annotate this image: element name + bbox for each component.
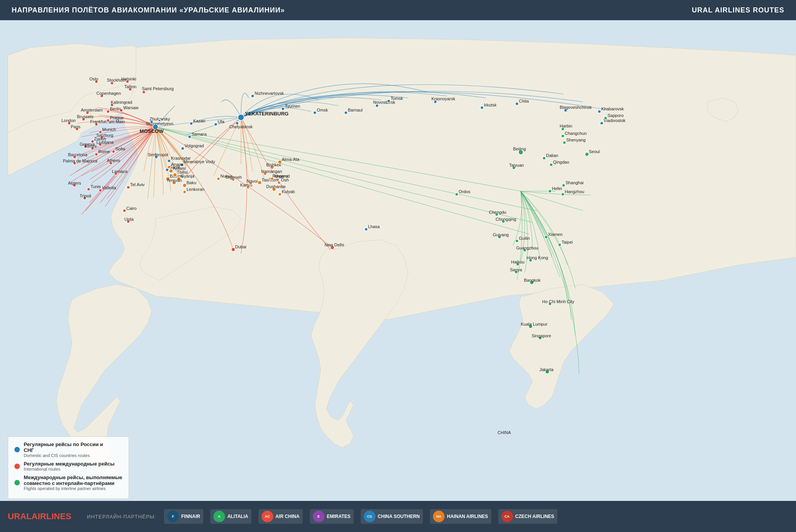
legend-dot-blue	[14, 447, 20, 452]
svg-point-77	[106, 119, 110, 122]
svg-point-93	[95, 153, 98, 156]
svg-text:Ordos: Ordos	[459, 189, 470, 194]
svg-text:Ufa: Ufa	[218, 119, 225, 124]
legend-item-domestic: Регулярные рейсы по России и СНГ Domesti…	[14, 441, 122, 458]
svg-text:Haikou: Haikou	[511, 260, 524, 264]
svg-text:Volgograd: Volgograd	[185, 143, 204, 148]
svg-text:Chongqing: Chongqing	[496, 217, 516, 222]
svg-point-127	[183, 183, 187, 187]
svg-point-115	[123, 209, 126, 212]
svg-point-27	[344, 111, 347, 114]
partner-logo-china-southern: CS	[364, 511, 375, 522]
svg-point-37	[598, 110, 601, 113]
svg-text:Dushanbe: Dushanbe	[266, 184, 286, 189]
svg-text:Simferopol: Simferopol	[148, 152, 168, 157]
svg-point-109	[99, 189, 102, 192]
svg-text:Lenkoran: Lenkoran	[187, 187, 204, 192]
svg-point-33	[515, 102, 518, 105]
svg-point-129	[183, 190, 186, 194]
svg-text:Alma-Ata: Alma-Ata	[282, 157, 300, 162]
svg-point-67	[106, 110, 110, 113]
svg-text:Gyanja: Gyanja	[181, 174, 195, 178]
svg-text:Urgeneh: Urgeneh	[225, 175, 242, 180]
svg-text:Irkutsk: Irkutsk	[484, 103, 497, 107]
svg-text:Nizhnevartovsk: Nizhnevartovsk	[255, 91, 284, 96]
svg-point-1	[238, 114, 244, 120]
svg-text:Algiers: Algiers	[68, 181, 81, 185]
svg-text:Barcelona: Barcelona	[68, 152, 87, 157]
legend-text-international: Регулярные международные рейсы Internati…	[24, 461, 115, 471]
logo-ural: URAL	[8, 511, 31, 521]
svg-text:Taipei: Taipei	[562, 240, 573, 244]
legend-label-ru-interline1: Международные рейсы, выполняемые	[24, 474, 122, 480]
svg-text:Oslo: Oslo	[89, 77, 98, 81]
svg-point-15	[214, 123, 217, 126]
svg-point-8	[158, 119, 161, 122]
partner-name-china-southern: CHINA SOUTHERN	[378, 514, 420, 519]
svg-text:Berlin: Berlin	[110, 106, 121, 111]
legend-dot-green	[14, 480, 20, 485]
svg-text:Dalian: Dalian	[546, 153, 558, 158]
partner-name-alitalia: ALITALIA	[227, 514, 248, 519]
svg-text:Navoi: Navoi	[247, 179, 258, 183]
svg-point-135	[217, 177, 220, 180]
svg-text:Warsaw: Warsaw	[123, 105, 138, 110]
partner-czech: CA CZECH AIRLINES	[498, 509, 557, 524]
footer: URALAIRLINES ИНТЕРЛАЙН-ПАРТНЁРЫ: F FINNA…	[0, 501, 796, 532]
svg-text:Rimini: Rimini	[85, 144, 97, 148]
svg-text:Kazan: Kazan	[193, 119, 205, 123]
svg-text:Hefei: Hefei	[552, 186, 562, 191]
legend-item-interline: Международные рейсы, выполняемые совмест…	[14, 474, 122, 491]
svg-text:Ljubljana: Ljubljana	[96, 140, 114, 145]
svg-point-183	[562, 184, 565, 187]
svg-text:Palma de Majorca: Palma de Majorca	[63, 159, 98, 163]
svg-point-181	[550, 163, 553, 166]
svg-text:Saint Petersburg: Saint Petersburg	[142, 86, 174, 91]
svg-point-123	[169, 169, 173, 173]
partner-name-hainan: HAINAN AIRLINES	[447, 514, 488, 519]
svg-text:Athens: Athens	[107, 158, 120, 163]
svg-text:Baku: Baku	[187, 180, 196, 185]
svg-text:Blagoveshchinsk: Blagoveshchinsk	[560, 105, 592, 110]
svg-point-133	[168, 166, 171, 169]
svg-point-17	[190, 122, 193, 125]
svg-text:Sapporo: Sapporo	[607, 113, 624, 118]
svg-text:Kaliningrad: Kaliningrad	[111, 100, 132, 105]
svg-point-139	[278, 160, 282, 164]
svg-text:Guangzhou: Guangzhou	[516, 246, 538, 250]
svg-text:Prague: Prague	[110, 115, 124, 120]
svg-text:Seoul: Seoul	[589, 149, 600, 154]
legend-label-ru-cis: СНГ	[24, 447, 103, 453]
partner-finnair: F FINNAIR	[164, 509, 203, 524]
svg-text:Tyumen: Tyumen	[285, 104, 300, 108]
svg-text:Rome: Rome	[98, 149, 110, 154]
legend-label-en-domestic: Domestic and CIS countries routes	[24, 453, 103, 458]
legend-label-ru-intl: Регулярные международные рейсы	[24, 461, 115, 467]
svg-text:Dubai: Dubai	[235, 244, 246, 249]
svg-point-161	[231, 248, 235, 251]
svg-point-185	[548, 190, 552, 193]
footer-logo: URALAIRLINES	[8, 511, 72, 522]
svg-text:Namangan: Namangan	[261, 169, 282, 174]
header-title-russian: НАПРАВЛЕНИЯ ПОЛЁТОВ АВИАКОМПАНИИ «УРАЛЬС…	[12, 6, 285, 14]
svg-point-19	[188, 135, 191, 138]
svg-text:Anapa: Anapa	[171, 162, 184, 167]
svg-text:Tomsk: Tomsk	[391, 96, 403, 101]
china-label: CHINA	[498, 430, 511, 435]
partner-china-southern: CS CHINA SOUTHERN	[361, 509, 423, 524]
svg-text:Bangkok: Bangkok	[524, 278, 541, 283]
svg-text:Samara: Samara	[192, 132, 207, 136]
partner-name-emirates: EMIRATES	[327, 514, 351, 519]
svg-text:Osh: Osh	[281, 178, 289, 182]
legend-label-en-interline: Flights operated by interline partner ai…	[24, 486, 122, 491]
svg-text:Valletta: Valletta	[102, 185, 117, 190]
svg-text:New Delhi: New Delhi	[325, 242, 344, 247]
svg-point-149	[271, 177, 274, 180]
svg-text:Cairo: Cairo	[126, 206, 136, 211]
svg-text:Changchun: Changchun	[565, 131, 587, 136]
map-container: YEKATERINBURG MOSCOW Sheremetyevo Zhukov…	[0, 20, 796, 501]
legend: Регулярные рейсы по России и СНГ Domesti…	[8, 436, 129, 499]
svg-text:MOSCOW: MOSCOW	[140, 128, 164, 134]
partner-alitalia: A ALITALIA	[210, 509, 251, 524]
svg-point-113	[127, 186, 130, 189]
